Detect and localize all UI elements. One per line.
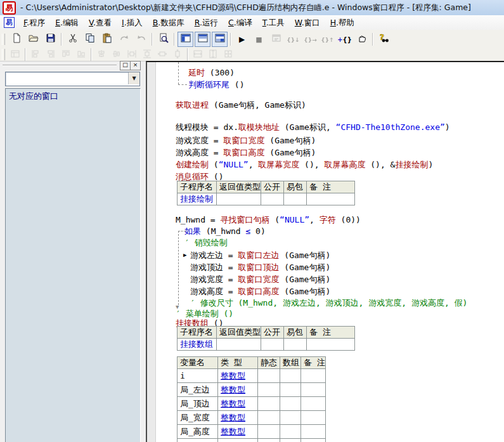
subroutine-table-cell[interactable]: [217, 193, 261, 205]
variable-table-cell[interactable]: [301, 439, 326, 442]
window-list[interactable]: 无对应的窗口: [5, 88, 141, 442]
variable-table-cell[interactable]: [280, 425, 301, 439]
variable-type-link[interactable]: 整数型: [221, 399, 245, 408]
panel-maximize-button[interactable]: □: [120, 61, 131, 70]
code-line[interactable]: 如果 (M_hwnd ≤ 0): [176, 226, 504, 237]
subroutine-table-cell[interactable]: [284, 193, 307, 205]
variable-type-link[interactable]: 整数型: [221, 427, 245, 436]
code-line[interactable]: 游戏高度 = 取窗口高度 (Game句柄): [176, 147, 504, 159]
toolbar-button-pause[interactable]: [354, 32, 370, 47]
variable-table-cell[interactable]: 局_高度: [178, 425, 218, 439]
variable-table-cell[interactable]: i: [178, 369, 218, 383]
code-line[interactable]: 获取进程 (Game句柄, Game标识): [176, 100, 504, 111]
variable-table-cell[interactable]: [258, 383, 280, 397]
code-line[interactable]: 延时 (300): [176, 67, 504, 79]
variable-table-cell[interactable]: [258, 369, 280, 383]
toolbar-button-open[interactable]: [25, 32, 41, 47]
variable-table-cell[interactable]: 整数型: [218, 383, 258, 397]
toolbar-button-win-grid[interactable]: [212, 32, 228, 47]
variable-table-cell[interactable]: [218, 439, 258, 442]
code-line[interactable]: 创建绘制 (“NULL”, 取屏幕宽度 (), 取屏幕高度 (), &挂接绘制): [176, 159, 504, 171]
code-line[interactable]: 游戏左边 = 取窗口左边 (Game句柄): [176, 250, 504, 261]
subroutine-table-cell[interactable]: [307, 193, 355, 205]
subroutine-table-cell[interactable]: 挂接绘制: [178, 193, 217, 205]
toolbar-button-space-equal-vert: [140, 49, 154, 61]
toolbar-button-save[interactable]: [42, 32, 58, 47]
variable-table-cell[interactable]: [301, 411, 326, 425]
menu-item-t[interactable]: T.工具: [257, 15, 290, 30]
menu-item-v[interactable]: V.查看: [84, 15, 117, 30]
variable-table-cell[interactable]: [301, 397, 326, 411]
toolbar-button-new[interactable]: [8, 32, 24, 47]
variable-table-cell[interactable]: 局_宽度: [178, 411, 218, 425]
toolbar-button-align-left: [29, 49, 42, 61]
variable-table-cell[interactable]: [301, 383, 326, 397]
code-line[interactable]: ′ 销毁绘制: [176, 237, 504, 249]
window-selector-combo[interactable]: ▼: [5, 72, 140, 86]
variable-table-cell[interactable]: [280, 369, 301, 383]
menu-item-e[interactable]: E.编辑: [50, 15, 84, 30]
toolbar-button-find[interactable]: [155, 32, 171, 47]
code-line[interactable]: 游戏顶边 = 取窗口顶边 (Game句柄): [176, 262, 504, 273]
subroutine-table-cell[interactable]: [261, 193, 284, 205]
chevron-down-icon[interactable]: ▼: [128, 72, 139, 84]
menu-item-c[interactable]: C.编译: [223, 15, 257, 30]
step-into-icon: {}↓: [287, 34, 299, 44]
panel-close-button[interactable]: ×: [130, 61, 141, 70]
code-editor[interactable]: 延时 (300)判断循环尾 ()获取进程 (Game句柄, Game标识)线程模…: [146, 61, 504, 442]
variable-type-link[interactable]: 整数型: [221, 413, 245, 422]
subroutine-table-cell[interactable]: [284, 339, 307, 351]
subroutine-table-cell[interactable]: [261, 339, 284, 351]
variable-table-cell[interactable]: 整数型: [218, 411, 258, 425]
variable-type-link[interactable]: 整数型: [221, 385, 245, 394]
code-line[interactable]: M_hwnd = 寻找窗口句柄 (“NULL”, 字符 (0)): [176, 214, 504, 226]
variable-table-cell[interactable]: [280, 411, 301, 425]
menu-item-w[interactable]: W.窗口: [290, 15, 325, 30]
variable-table-cell[interactable]: [258, 411, 280, 425]
variable-table-cell[interactable]: [280, 397, 301, 411]
subroutine-table-cell[interactable]: [307, 339, 355, 351]
variable-table-cell[interactable]: [280, 439, 301, 442]
code-line[interactable]: 游戏宽度 = 取窗口宽度 (Game句柄): [176, 274, 504, 285]
code-line[interactable]: 游戏高度 = 取窗口高度 (Game句柄): [176, 286, 504, 297]
toolbar-button-copy[interactable]: [82, 32, 98, 47]
variable-type-link[interactable]: 整数型: [221, 371, 245, 380]
menu-item-f[interactable]: F.程序: [18, 15, 50, 30]
variable-table-cell[interactable]: 局_左边: [178, 383, 218, 397]
ide-window: 易 - C:\Users\Administrator\Desktop\新建文件夹…: [0, 0, 504, 442]
toolbar-button-breakpoint[interactable]: +{}: [337, 32, 352, 47]
variable-table-cell[interactable]: 局_顶边: [178, 397, 218, 411]
toolbar-gripper[interactable]: [2, 34, 5, 45]
subroutine-table-cell[interactable]: [217, 339, 261, 351]
variable-table-cell[interactable]: [280, 383, 301, 397]
menu-item-i[interactable]: I.插入: [117, 15, 148, 30]
toolbar-button-paste[interactable]: [99, 32, 115, 47]
code-line[interactable]: ′ 修改尺寸 (M_hwnd, 游戏左边, 游戏顶边, 游戏宽度, 游戏高度, …: [176, 297, 504, 309]
toolbar-button-run[interactable]: ▶: [234, 32, 250, 47]
code-line[interactable]: 判断循环尾 (): [176, 79, 504, 91]
toolbar-button-help-find[interactable]: ?: [376, 32, 392, 47]
menu-item-b[interactable]: B.数据库: [148, 15, 190, 30]
code-line[interactable]: 线程模块 = dx.取模块地址 (Game标识, “CFHD-The10thZo…: [176, 122, 504, 133]
combo-value[interactable]: [6, 72, 128, 86]
menu-item-r[interactable]: R.运行: [190, 15, 223, 30]
variable-table-cell[interactable]: [301, 369, 326, 383]
toolbar-button-win-vert[interactable]: [195, 32, 210, 47]
variable-table-cell[interactable]: [258, 397, 280, 411]
variable-table-cell[interactable]: [178, 439, 218, 442]
variable-table-cell[interactable]: [258, 439, 280, 442]
toolbar-button-win-horz[interactable]: [178, 32, 193, 47]
window-list-item[interactable]: 无对应的窗口: [6, 89, 140, 102]
variable-table-cell[interactable]: 整数型: [218, 425, 258, 439]
toolbar-button-cut[interactable]: [65, 32, 81, 47]
variable-table-cell[interactable]: [301, 425, 326, 439]
subroutine-table-cell[interactable]: 挂接数组: [178, 339, 217, 351]
code-line[interactable]: 游戏宽度 = 取窗口宽度 (Game句柄): [176, 135, 504, 146]
variable-table-cell[interactable]: 整数型: [218, 397, 258, 411]
panel-gripper[interactable]: [3, 65, 117, 66]
variable-table-header-cell: 类 型: [218, 357, 258, 369]
toolbar-gripper[interactable]: [2, 49, 5, 60]
variable-table-cell[interactable]: [258, 425, 280, 439]
menu-item-h[interactable]: H.帮助: [325, 15, 359, 30]
variable-table-cell[interactable]: 整数型: [218, 369, 258, 383]
